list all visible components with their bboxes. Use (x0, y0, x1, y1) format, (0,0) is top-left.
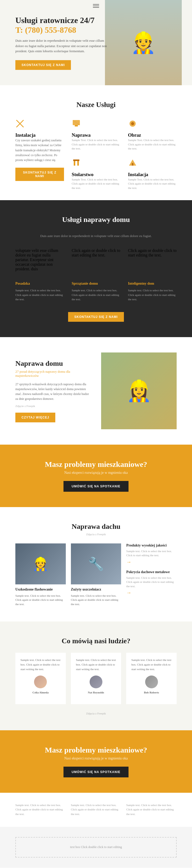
testimonial-item-1: Sample text. Click to select the text bo… (15, 653, 66, 704)
testimonials-grid: Sample text. Click to select the text bo… (15, 653, 177, 704)
stolarstwo-icon (72, 158, 82, 169)
bottom-text-col-3: Sample text. Click to select the text bo… (126, 803, 177, 816)
roof-section: Naprawa dachu Zdjęcia z Freepik 👷 Uszkod… (0, 507, 192, 622)
home-repair-cta-button[interactable]: CZYTAJ WIĘCEJ (15, 413, 55, 422)
worker-image: 👷 (105, 0, 182, 85)
service-left-title: Instalacja (15, 132, 64, 138)
avatar-3 (145, 676, 158, 688)
testimonials-section: Co mówią nasi ludzie? Sample text. Click… (0, 621, 192, 730)
svg-rect-11 (132, 163, 133, 165)
service-item-obraz: Obraz Sample Text. Click to select the t… (128, 119, 177, 151)
dark-item-posadzka-title: Posadzka (15, 282, 64, 286)
services-section: Nasze Usługi Instalacja Czy zawsze szuka… (0, 85, 192, 200)
service-naprawa-text: Sample Text. Click to select the text bo… (72, 138, 120, 151)
service-left-item: Instalacja Czy zawsze szukałeś godnej za… (15, 119, 64, 190)
services-grid: Instalacja Czy zawsze szukałeś godnej za… (15, 119, 177, 190)
hamburger-menu[interactable] (93, 4, 99, 8)
dark-col-3-text: Click again or double click to start edi… (128, 248, 177, 257)
roof-item-1-title: Uszkodzone flashowanie (15, 587, 66, 592)
testimonial-2-text: Sample text. Click to select the text bo… (76, 658, 116, 672)
naprawa-icon (72, 119, 82, 129)
dark-subtitle: Duis aute irure dolor in reprehenderit i… (15, 234, 177, 238)
service-item-stolarstwo: Stolarstwo Sample Text. Click to select … (72, 158, 120, 190)
bottom-text-section: Sample text. Click to select the text bo… (0, 793, 192, 827)
roof-right-item-2: Pokrycia dachowe metalowe Sample text. C… (126, 570, 177, 596)
dark-btn-row: SKONTAKTUJ SIĘ Z NAMI (15, 312, 177, 322)
svg-point-6 (131, 122, 134, 125)
dark-cta-button[interactable]: SKONTAKTUJ SIĘ Z NAMI (68, 312, 124, 322)
roof-right-2-text: Sample text. Click to select the text bo… (126, 576, 177, 588)
dark-cols: voluptate velit esse cillum dolore eu fu… (15, 248, 177, 271)
bottom-cta-subtitle: Nasi eksperci rozwiązują je w mgnieniu o… (15, 756, 177, 761)
services-title: Nasze Usługi (15, 101, 177, 109)
service-instalacja-text: Sample Text. Click to select the text bo… (128, 177, 177, 190)
hero-image: 👷 (105, 0, 182, 85)
bottom-cta-section: Masz problemy mieszkaniowe? Nasi eksperc… (0, 730, 192, 793)
roof-item-1-text: Sample text. Click to select the text bo… (15, 594, 66, 607)
hero-description: Duis aute irure dolor in reprehenderit i… (15, 38, 113, 54)
yellow-cta-subtitle: Nasi eksperci rozwiązują je w mgnieniu o… (15, 471, 177, 475)
dark-highlights: Posadzka Sample text. Click to select th… (15, 282, 177, 302)
dark-item-posadzka-text: Sample text. Click to select the text bo… (15, 288, 64, 302)
dark-col-2-text: Click again or double click to start edi… (72, 248, 120, 257)
home-repair-img-inner: 👷‍♀️ (101, 352, 177, 429)
dark-item-posadzka: Posadzka Sample text. Click to select th… (15, 282, 64, 302)
svg-rect-7 (74, 160, 75, 165)
roof-grid: 👷 Uszkodzone flashowanie Sample text. Cl… (15, 544, 177, 607)
service-stolarstwo-text: Sample Text. Click to select the text bo… (72, 177, 120, 190)
roof-right: Produkty wysokiej jakości Sample text. C… (126, 544, 177, 607)
roof-title: Naprawa dachu (15, 522, 177, 531)
yellow-cta-button[interactable]: UMÓWIĆ SIĘ NA SPOTKANIE (63, 481, 129, 492)
home-repair-subtitle: 27 porad dotyczących naprawy domu dla ma… (15, 370, 91, 378)
home-repair-content: Naprawa domu 27 porad dotyczących napraw… (15, 360, 91, 423)
testimonial-item-3: Sample text. Click to select the text bo… (126, 653, 177, 704)
dark-col-2: Click again or double click to start edi… (72, 248, 120, 271)
roof-img-2: 🔧 (71, 544, 121, 584)
arrow-right-icon-2[interactable]: → (126, 590, 177, 596)
roof-col-2: 🔧 Zużyty uszczelniacz Sample text. Click… (71, 544, 121, 607)
roof-item-2-text: Sample text. Click to select the text bo… (71, 594, 121, 607)
yellow-cta-title: Masz problemy mieszkaniowe? (15, 460, 177, 469)
hero-cta-button[interactable]: SKONTAKTUJ SIĘ Z NAMI (15, 60, 71, 70)
avatar-1 (34, 676, 47, 688)
dark-item-sprzatanie-text: Sample text. Click to select the text bo… (72, 288, 120, 302)
service-stolarstwo-title: Stolarstwo (72, 172, 120, 177)
service-obraz-title: Obraz (128, 132, 177, 138)
service-item-instalacja: Instalacja Sample Text. Click to select … (128, 158, 177, 190)
dark-col-1-text: voluptate velit esse cillum dolore eu fu… (15, 248, 64, 271)
roof-col-1: 👷 Uszkodzone flashowanie Sample text. Cl… (15, 544, 66, 607)
roof-right-item-1: Produkty wysokiej jakości Sample text. C… (126, 544, 177, 565)
avatar-2 (90, 676, 102, 688)
service-instalacja-title: Instalacja (128, 172, 177, 177)
textbox-container[interactable]: text box Click double click to start edi… (15, 837, 177, 858)
testimonial-2-name: Nat Reynolds (76, 690, 116, 695)
instalacja-icon (128, 158, 138, 169)
service-item-naprawa: Naprawa Sample Text. Click to select the… (72, 119, 120, 151)
service-left-cta-button[interactable]: SKONTAKTUJ SIĘ Z NAMI (15, 168, 64, 181)
home-repair-photo-credit: Zdjęcie z Freepik (15, 404, 91, 407)
dark-item-inteligentny-title: Inteligentny dom (128, 282, 177, 286)
yellow-cta-section: Masz problemy mieszkaniowe? Nasi eksperc… (0, 445, 192, 507)
install-icon (15, 119, 26, 129)
svg-rect-8 (77, 160, 79, 165)
roof-item-2-title: Zużyty uszczelniacz (71, 587, 121, 592)
home-repair-section: Naprawa domu 27 porad dotyczących napraw… (0, 337, 192, 445)
dark-col-3: Click again or double click to start edi… (128, 248, 177, 271)
bottom-text-grid: Sample text. Click to select the text bo… (15, 803, 177, 816)
testimonial-1-name: Celia Almeda (21, 690, 61, 695)
dark-item-sprzatanie-title: Sprzątanie domu (72, 282, 120, 286)
bottom-text-1: Sample text. Click to select the text bo… (15, 803, 66, 816)
arrow-right-icon-1[interactable]: → (126, 559, 177, 565)
roof-right-1-text: Sample text. Click to select the text bo… (126, 549, 177, 558)
hero-title: Usługi ratownicze 24/7 T: (780) 555-8768 (15, 16, 113, 35)
bottom-text-col-1: Sample text. Click to select the text bo… (15, 803, 66, 816)
home-repair-title: Naprawa domu (15, 360, 91, 368)
textbox-label: text box Click double click to start edi… (70, 845, 122, 849)
textbox-section: text box Click double click to start edi… (0, 827, 192, 868)
bottom-cta-button[interactable]: UMÓWIĆ SIĘ NA SPOTKANIE (63, 767, 129, 777)
testimonials-title: Co mówią nasi ludzie? (15, 637, 177, 645)
dark-col-1: voluptate velit esse cillum dolore eu fu… (15, 248, 64, 271)
bottom-text-col-2: Sample text. Click to select the text bo… (71, 803, 121, 816)
svg-rect-9 (73, 159, 79, 161)
testimonials-photo-credit: Zdjęcia z Freepik (15, 712, 177, 715)
